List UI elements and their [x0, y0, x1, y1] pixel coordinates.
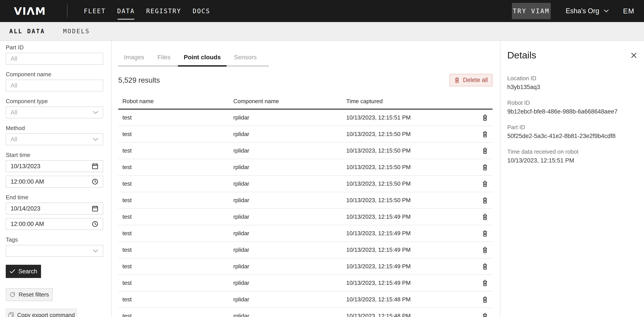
content-area: Part ID Component name Component type Al…: [0, 41, 644, 317]
end-clock-input[interactable]: 12:00:00 AM: [6, 218, 103, 230]
delete-all-button[interactable]: Delete all: [450, 74, 492, 86]
cell-time-captured: 10/13/2023, 12:15:48 PM: [346, 296, 480, 303]
method-select[interactable]: All: [6, 133, 103, 145]
cell-time-captured: 10/13/2023, 12:15:50 PM: [346, 164, 480, 171]
cell-component-name: rplidar: [233, 114, 346, 121]
delete-row-button[interactable]: [480, 162, 490, 172]
cell-component-name: rplidar: [233, 213, 346, 220]
nav-item[interactable]: DATA: [117, 7, 134, 15]
calendar-icon[interactable]: [92, 205, 98, 212]
data-type-tab[interactable]: Images: [118, 53, 150, 66]
table-row[interactable]: test rplidar 10/13/2023, 12:15:48 PM: [118, 292, 492, 308]
trash-icon: [482, 180, 488, 187]
table-row[interactable]: test rplidar 10/13/2023, 12:15:50 PM: [118, 143, 492, 159]
details-field: Time data received on robot 10/13/2023, …: [507, 148, 638, 164]
trash-icon: [482, 147, 488, 154]
delete-row-button[interactable]: [480, 212, 490, 222]
trash-icon: [482, 263, 488, 270]
table-row[interactable]: test rplidar 10/13/2023, 12:15:50 PM: [118, 192, 492, 209]
table-row[interactable]: test rplidar 10/13/2023, 12:15:50 PM: [118, 159, 492, 176]
trash-icon: [482, 131, 488, 138]
clock-icon[interactable]: [92, 178, 98, 185]
org-name: Esha's Org: [566, 7, 599, 15]
org-switcher[interactable]: Esha's Org: [566, 7, 609, 15]
delete-row-button[interactable]: [480, 113, 490, 123]
component-type-select[interactable]: All: [6, 106, 103, 118]
filters-sidebar: Part ID Component name Component type Al…: [0, 41, 112, 317]
filter-start-time: Start time 10/13/2023 12:00:00 AM: [6, 151, 103, 188]
viam-logo[interactable]: VIΛM: [14, 5, 46, 17]
results-count: 5,529 results: [118, 76, 160, 84]
delete-row-button[interactable]: [480, 262, 490, 271]
subnav-tab[interactable]: ALL DATA: [9, 28, 45, 35]
delete-row-button[interactable]: [480, 179, 490, 189]
end-date-input[interactable]: 10/14/2023: [6, 203, 103, 215]
tags-select[interactable]: [6, 245, 103, 257]
filter-method: Method All: [6, 125, 103, 145]
viam-data-app: VIΛM FLEET DATA REGISTRY DOCS TRY VIAM E…: [0, 0, 644, 317]
nav-item[interactable]: DOCS: [193, 7, 210, 15]
reset-filters-button[interactable]: Reset filters: [6, 288, 53, 301]
calendar-icon[interactable]: [92, 163, 98, 170]
nav-divider: [67, 5, 68, 17]
table-row[interactable]: test rplidar 10/13/2023, 12:15:49 PM: [118, 242, 492, 258]
start-clock-input[interactable]: 12:00:00 AM: [6, 176, 103, 188]
close-button[interactable]: [630, 52, 638, 59]
copy-icon: [8, 312, 14, 317]
details-title: Details: [507, 50, 536, 61]
try-viam-button[interactable]: TRY VIAM: [512, 3, 551, 19]
delete-row-button[interactable]: [480, 129, 490, 139]
details-field-value: 9b12ebcf-bfe8-486e-988b-6a668648aee7: [507, 108, 638, 115]
delete-row-button[interactable]: [480, 245, 490, 255]
table-row[interactable]: test rplidar 10/13/2023, 12:15:50 PM: [118, 176, 492, 192]
check-icon: [10, 269, 15, 274]
delete-row-button[interactable]: [480, 311, 490, 317]
cell-component-name: rplidar: [233, 197, 346, 204]
delete-row-button[interactable]: [480, 278, 490, 288]
cell-robot-name: test: [122, 313, 233, 317]
filter-component-name: Component name: [6, 71, 103, 91]
data-main: Images Files Point clouds Sensors 5,529 …: [112, 41, 500, 317]
component-name-input[interactable]: [6, 80, 103, 91]
table-row[interactable]: test rplidar 10/13/2023, 12:15:50 PM: [118, 126, 492, 143]
trash-icon: [482, 114, 488, 121]
avatar[interactable]: EM: [623, 7, 634, 15]
tags-label: Tags: [6, 236, 103, 243]
delete-row-button[interactable]: [480, 196, 490, 205]
cell-robot-name: test: [122, 296, 233, 303]
data-type-tab[interactable]: Files: [152, 53, 176, 66]
table-row[interactable]: test rplidar 10/13/2023, 12:15:48 PM: [118, 308, 492, 317]
cell-robot-name: test: [122, 197, 233, 204]
details-field: Robot ID 9b12ebcf-bfe8-486e-988b-6a66864…: [507, 99, 638, 115]
delete-row-button[interactable]: [480, 295, 490, 305]
table-row[interactable]: test rplidar 10/13/2023, 12:15:49 PM: [118, 258, 492, 275]
cell-component-name: rplidar: [233, 180, 346, 187]
cell-time-captured: 10/13/2023, 12:15:49 PM: [346, 247, 480, 253]
table-row[interactable]: test rplidar 10/13/2023, 12:15:51 PM: [118, 110, 492, 126]
part-id-input[interactable]: [6, 53, 103, 65]
nav-item[interactable]: REGISTRY: [146, 7, 181, 15]
data-type-tab[interactable]: Sensors: [228, 53, 262, 66]
trash-icon: [454, 77, 460, 83]
search-button[interactable]: Search: [6, 265, 41, 278]
filter-tags: Tags: [6, 236, 103, 257]
nav-item[interactable]: FLEET: [84, 7, 106, 15]
details-field-label: Time data received on robot: [507, 148, 638, 155]
trash-icon: [482, 313, 488, 317]
close-icon: [630, 52, 638, 59]
copy-export-command-button[interactable]: Copy export command: [6, 309, 77, 317]
start-date-input[interactable]: 10/13/2023: [6, 160, 103, 172]
delete-row-button[interactable]: [480, 229, 490, 238]
cell-robot-name: test: [122, 164, 233, 171]
data-type-tab[interactable]: Point clouds: [178, 53, 226, 66]
clock-icon[interactable]: [92, 221, 98, 227]
delete-row-button[interactable]: [480, 146, 490, 156]
table-row[interactable]: test rplidar 10/13/2023, 12:15:49 PM: [118, 225, 492, 242]
table-row[interactable]: test rplidar 10/13/2023, 12:15:49 PM: [118, 275, 492, 292]
subnav-tab[interactable]: MODELS: [63, 28, 90, 35]
filter-component-type: Component type All: [6, 98, 103, 118]
column-robot-name: Robot name: [122, 98, 233, 105]
details-field-label: Part ID: [507, 124, 638, 131]
end-time-label: End time: [6, 194, 103, 201]
table-row[interactable]: test rplidar 10/13/2023, 12:15:49 PM: [118, 209, 492, 225]
